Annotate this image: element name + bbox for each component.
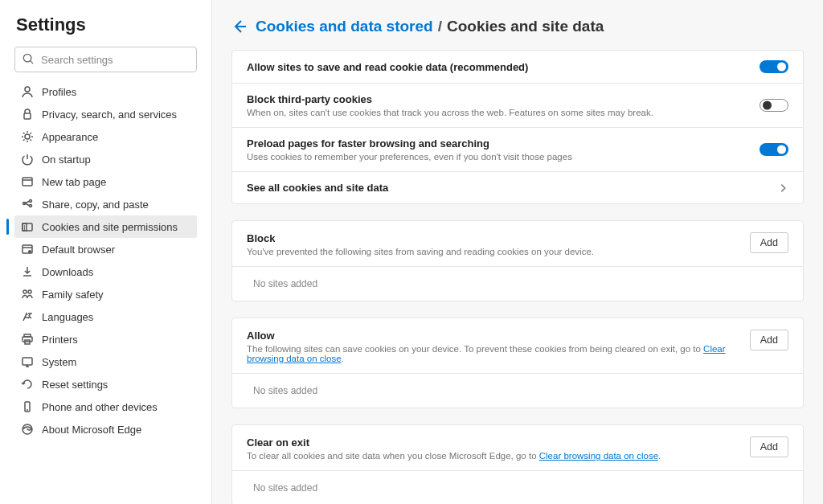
share-icon: [21, 198, 34, 211]
downloads-icon: [21, 265, 34, 278]
section-desc: To clear all cookies and site data when …: [247, 451, 750, 461]
sidebar-item-label: On startup: [42, 154, 91, 166]
search-icon: [23, 53, 34, 64]
svg-point-2: [25, 87, 30, 92]
toggle-preload[interactable]: [760, 143, 788, 156]
appearance-icon: [21, 130, 34, 143]
section-allow: Allow The following sites can save cooki…: [231, 318, 804, 408]
sidebar-item-system[interactable]: System: [14, 350, 197, 373]
about-icon: [21, 423, 34, 436]
privacy-icon: [21, 108, 34, 121]
svg-point-0: [23, 54, 31, 62]
reset-icon: [21, 378, 34, 391]
svg-point-12: [28, 250, 31, 253]
svg-point-14: [28, 290, 31, 293]
setting-title: Preload pages for faster browsing and se…: [247, 137, 760, 150]
system-icon: [21, 355, 34, 368]
sidebar-item-label: Profiles: [42, 86, 76, 98]
sidebar-item-label: Phone and other devices: [42, 401, 158, 413]
breadcrumb-separator: /: [438, 18, 442, 35]
svg-point-8: [30, 205, 32, 207]
sidebar-item-label: Family safety: [42, 289, 104, 301]
section-desc: You've prevented the following sites fro…: [247, 247, 750, 256]
setting-title: See all cookies and site data: [247, 182, 777, 194]
svg-point-13: [23, 290, 27, 293]
add-button-block[interactable]: Add: [750, 232, 788, 253]
search-wrap: [14, 47, 211, 72]
svg-rect-3: [24, 113, 31, 119]
sidebar-item-label: New tab page: [42, 176, 106, 188]
setting-row-block-third: Block third-party cookiesWhen on, sites …: [232, 84, 803, 128]
sidebar-item-label: Appearance: [42, 131, 98, 143]
sidebar-item-downloads[interactable]: Downloads: [14, 260, 197, 283]
empty-text: No sites added: [232, 267, 803, 301]
breadcrumb-current: Cookies and site data: [447, 18, 604, 35]
sidebar-item-share[interactable]: Share, copy, and paste: [14, 193, 197, 215]
main-content: Cookies and data stored / Cookies and si…: [212, 0, 823, 504]
setting-row-see-all[interactable]: See all cookies and site data: [232, 172, 803, 203]
toggle-allow-save[interactable]: [760, 60, 788, 73]
toggle-block-third[interactable]: [760, 99, 788, 112]
empty-text: No sites added: [232, 471, 803, 504]
setting-title: Block third-party cookies: [247, 93, 760, 105]
svg-rect-16: [23, 337, 32, 342]
sidebar-item-label: Share, copy, and paste: [42, 199, 149, 211]
nav-list: ProfilesPrivacy, search, and servicesApp…: [14, 80, 211, 440]
setting-row-preload: Preload pages for faster browsing and se…: [232, 128, 803, 172]
cookies-icon: [21, 220, 34, 233]
sidebar-item-label: Reset settings: [42, 379, 108, 391]
page-title: Settings: [14, 14, 211, 35]
sidebar-item-default[interactable]: Default browser: [14, 238, 197, 260]
sidebar-item-family[interactable]: Family safety: [14, 283, 197, 305]
link-clear[interactable]: Clear browsing data on close: [539, 451, 658, 461]
sidebar-item-cookies[interactable]: Cookies and site permissions: [14, 215, 197, 238]
breadcrumb: Cookies and data stored / Cookies and si…: [231, 18, 804, 35]
empty-text: No sites added: [232, 374, 803, 408]
sidebar-item-startup[interactable]: On startup: [14, 148, 197, 170]
sidebar-item-appearance[interactable]: Appearance: [14, 125, 197, 148]
sidebar-item-newtab[interactable]: New tab page: [14, 170, 197, 193]
sidebar-item-label: Cookies and site permissions: [42, 221, 178, 233]
sidebar: Settings ProfilesPrivacy, search, and se…: [0, 0, 212, 504]
sidebar-item-label: Printers: [42, 334, 78, 346]
sidebar-item-label: Languages: [42, 311, 93, 323]
add-button-clear[interactable]: Add: [750, 436, 788, 457]
printers-icon: [21, 333, 34, 346]
svg-rect-18: [23, 358, 32, 365]
sidebar-item-privacy[interactable]: Privacy, search, and services: [14, 103, 197, 125]
back-arrow-icon[interactable]: [231, 18, 248, 35]
search-input[interactable]: [14, 47, 197, 72]
languages-icon: [21, 310, 34, 323]
breadcrumb-parent-link[interactable]: Cookies and data stored: [256, 18, 433, 35]
section-clear: Clear on exit To clear all cookies and s…: [231, 424, 804, 504]
svg-rect-5: [23, 178, 32, 186]
sidebar-item-label: Default browser: [42, 244, 115, 256]
phone-icon: [21, 400, 34, 413]
section-title: Clear on exit: [247, 436, 750, 449]
family-icon: [21, 288, 34, 301]
svg-point-4: [25, 134, 30, 139]
section-block: Block You've prevented the following sit…: [231, 220, 804, 301]
sidebar-item-reset[interactable]: Reset settings: [14, 373, 197, 395]
chevron-right-icon: [777, 182, 788, 194]
newtab-icon: [21, 175, 34, 188]
svg-rect-9: [23, 223, 32, 231]
setting-desc: Uses cookies to remember your preference…: [247, 152, 760, 162]
startup-icon: [21, 153, 34, 166]
svg-point-6: [30, 200, 32, 203]
sidebar-item-printers[interactable]: Printers: [14, 328, 197, 350]
sidebar-item-profiles[interactable]: Profiles: [14, 80, 197, 103]
profiles-icon: [21, 85, 34, 98]
svg-line-1: [31, 61, 34, 64]
section-title: Allow: [247, 330, 750, 342]
sidebar-item-about[interactable]: About Microsoft Edge: [14, 418, 197, 440]
setting-title: Allow sites to save and read cookie data…: [247, 61, 760, 73]
add-button-allow[interactable]: Add: [750, 330, 788, 350]
sidebar-item-label: About Microsoft Edge: [42, 424, 141, 436]
sidebar-item-phone[interactable]: Phone and other devices: [14, 395, 197, 418]
default-icon: [21, 243, 34, 256]
sidebar-item-label: Downloads: [42, 266, 93, 278]
sidebar-item-languages[interactable]: Languages: [14, 305, 197, 328]
section-title: Block: [247, 232, 750, 244]
section-desc: The following sites can save cookies on …: [247, 344, 750, 363]
